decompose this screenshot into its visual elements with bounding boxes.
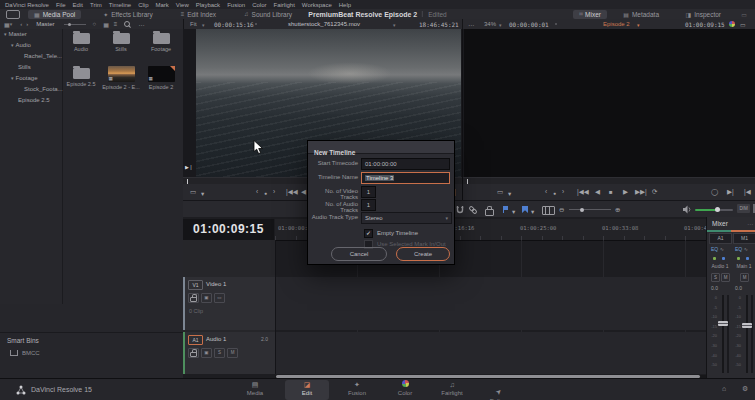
viewer-options-icon[interactable]: ⋯ — [468, 21, 474, 28]
start-timecode-input[interactable]: 01:00:00:00 — [361, 158, 450, 170]
play-icon[interactable]: ▶ — [623, 188, 628, 196]
solo-button[interactable]: S — [214, 348, 225, 358]
grid-item-audio[interactable]: Audio — [61, 33, 101, 52]
fader-handle[interactable] — [718, 321, 728, 326]
zoom-slider-knob[interactable] — [580, 208, 584, 212]
home-icon[interactable]: ⌂ — [722, 385, 726, 392]
bin-stills[interactable]: Stills — [18, 64, 31, 70]
menu-item-color[interactable]: Color — [252, 2, 266, 8]
chevron-down-icon[interactable]: ▾ — [4, 31, 7, 37]
lock-icon[interactable] — [188, 293, 199, 303]
tab-effects-library[interactable]: ✦ Effects Library — [97, 10, 158, 19]
audio-tracks-input[interactable]: 1 — [361, 199, 376, 211]
menu-item-clip[interactable]: Clip — [138, 2, 148, 8]
step-back-icon[interactable]: ◀ — [595, 188, 600, 196]
back-icon[interactable]: ‹ — [20, 21, 22, 27]
tab-metadata[interactable]: ▤ Metadata — [617, 10, 665, 19]
menu-item-playback[interactable]: Playback — [196, 2, 220, 8]
timeline-name-dropdown[interactable]: Episode 2 — [603, 21, 630, 27]
list-view-icon[interactable]: ≡ — [114, 21, 118, 27]
tab-media-pool[interactable]: ▦ Media Pool — [28, 10, 81, 19]
gallery-color-icon[interactable] — [729, 21, 735, 27]
zoom-out-icon[interactable]: ⊖ — [559, 205, 564, 214]
chevron-down-icon[interactable]: ▾ — [11, 42, 14, 48]
grid-item-episode-25[interactable]: Episode 2.5 — [61, 68, 101, 87]
eq-button[interactable]: EQ ∿ — [711, 246, 724, 252]
audio-track-id[interactable]: A1 — [188, 335, 203, 345]
audio-track-name[interactable]: Audio 1 — [206, 336, 226, 342]
gear-icon[interactable]: ⚙ — [742, 385, 748, 393]
snap-icon[interactable] — [455, 205, 465, 215]
viewer-mode-icon[interactable]: ▭ — [190, 188, 196, 196]
page-fusion[interactable]: ✦ Fusion — [335, 380, 379, 397]
dialog-header[interactable]: New Timeline — [308, 141, 454, 154]
video-tracks-input[interactable]: 1 — [361, 186, 376, 198]
slider-knob[interactable] — [68, 23, 71, 26]
link-clips-icon[interactable] — [468, 205, 478, 215]
audio-slider-knob[interactable] — [715, 207, 720, 212]
sort-icon[interactable]: ○ — [93, 21, 97, 27]
bin-rachel-tele[interactable]: Rachel_Tele... — [24, 53, 62, 59]
page-media[interactable]: ▤ Media — [233, 380, 277, 397]
page-color[interactable]: Color — [383, 380, 427, 397]
jog-right-icon[interactable]: › — [562, 188, 564, 196]
stop-icon[interactable]: ■ — [609, 188, 613, 196]
source-clip-name[interactable]: shutterstock_7612345.mov — [288, 21, 360, 27]
panel-toggle-icon[interactable]: ▭ — [741, 11, 747, 18]
lock-icon[interactable] — [188, 348, 199, 358]
jog-left-icon[interactable]: ‹ — [545, 188, 547, 196]
video-track-id[interactable]: V1 — [188, 280, 203, 290]
marker-chevron-icon[interactable]: ▾ — [531, 207, 534, 216]
clip-name-chevron-icon[interactable]: ▾ — [393, 22, 396, 28]
menu-item-workspace[interactable]: Workspace — [302, 2, 332, 8]
audio-track-type-dropdown[interactable]: Stereo ▾ — [361, 212, 452, 224]
video-lane[interactable] — [275, 277, 706, 330]
fader-handle[interactable] — [742, 323, 752, 328]
dual-viewer-icon[interactable]: ▭ — [740, 21, 746, 28]
audio-track-header[interactable]: A1 Audio 1 2.0 ▣ S M — [183, 332, 275, 374]
grid-item-episode-2-clip[interactable]: ▦ Episode 2 - E... — [101, 66, 141, 90]
go-to-out-icon[interactable]: |◀ — [744, 188, 751, 196]
jog-right-icon[interactable]: › — [273, 188, 275, 196]
grid-item-footage[interactable]: Footage — [141, 33, 181, 52]
menu-item-trim[interactable]: Trim — [90, 2, 102, 8]
auto-select-icon[interactable]: ▣ — [201, 348, 212, 358]
go-to-in-icon[interactable]: ▶| — [727, 188, 734, 196]
channel-label[interactable]: A1 — [709, 233, 732, 244]
tab-edit-index[interactable]: ≡ Edit Index — [175, 10, 222, 19]
zoom-chevron-icon[interactable]: ▾ — [499, 22, 502, 28]
tab-inspector[interactable]: ◨ Inspector — [680, 10, 727, 19]
menu-item-file[interactable]: File — [56, 2, 66, 8]
smart-bins-title[interactable]: Smart Bins — [7, 337, 39, 344]
timeline-view-options-icon[interactable] — [542, 206, 555, 217]
grid-view-icon[interactable]: ▦ — [103, 21, 109, 28]
menu-item-fairlight[interactable]: Fairlight — [273, 2, 294, 8]
enable-track-icon[interactable]: ▭ — [214, 293, 225, 303]
bin-episode-25[interactable]: Episode 2.5 — [18, 97, 50, 103]
timeline-video-frame[interactable] — [464, 29, 755, 177]
lock-icon[interactable] — [485, 207, 494, 216]
video-track-header[interactable]: V1 Video 1 ▣ ▭ 0 Clip — [183, 277, 275, 330]
menu-item-mark[interactable]: Mark — [156, 2, 169, 8]
empty-timeline-checkbox[interactable]: ✓ — [364, 229, 373, 238]
page-deliver[interactable]: ➤ Deliver — [477, 380, 521, 400]
mute-button[interactable]: M — [227, 348, 238, 358]
page-fairlight[interactable]: ♫ Fairlight — [430, 380, 474, 397]
menu-item-timeline[interactable]: Timeline — [109, 2, 131, 8]
bin-audio[interactable]: ▾Audio — [11, 42, 31, 48]
eq-button[interactable]: EQ ∿ — [735, 246, 748, 252]
cancel-button[interactable]: Cancel — [331, 247, 387, 261]
smart-bin-bmcc[interactable]: BMCC — [10, 350, 40, 356]
zoom-in-icon[interactable]: ⊕ — [615, 205, 620, 214]
marker-icon[interactable] — [522, 206, 528, 215]
grid-item-stills[interactable]: Stills — [101, 33, 141, 52]
viewer-mode-icon[interactable]: ▭ — [497, 188, 503, 196]
jog-wheel-icon[interactable]: ● — [553, 189, 556, 197]
speaker-icon[interactable] — [682, 205, 692, 214]
bin-footage[interactable]: ▾Footage — [11, 75, 38, 81]
tab-mixer[interactable]: ≡ Mixer — [573, 10, 607, 19]
menu-item-help[interactable]: Help — [339, 2, 351, 8]
mixer-options-icon[interactable]: ⋯ — [747, 220, 753, 227]
menu-item-app[interactable]: DaVinci Resolve — [5, 2, 49, 8]
bin-master[interactable]: ▾Master — [4, 31, 27, 37]
